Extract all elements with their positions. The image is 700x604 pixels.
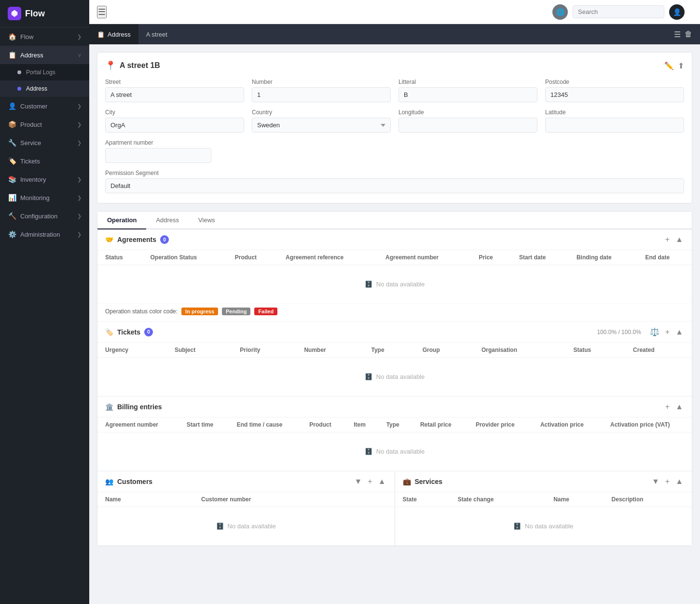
globe-button[interactable]: 🌐 — [552, 4, 568, 20]
sidebar-item-inventory[interactable]: 📚 Inventory ❯ — [0, 170, 89, 188]
search-input[interactable] — [578, 8, 659, 15]
col-priority: Priority — [232, 343, 296, 358]
breadcrumb-address[interactable]: 📋 Address — [89, 24, 138, 44]
col-provider-price: Provider price — [468, 417, 533, 432]
services-filter-button[interactable]: ▼ — [651, 477, 660, 486]
app-name: Flow — [25, 9, 45, 19]
sidebar-item-product[interactable]: 📦 Product ❯ — [0, 115, 89, 134]
breadcrumb-address-label: Address — [108, 31, 131, 38]
breadcrumb-a-street[interactable]: A street — [138, 24, 175, 44]
sidebar-item-monitoring[interactable]: 📊 Monitoring ❯ — [0, 188, 89, 207]
services-icon: 💼 — [403, 478, 411, 485]
col-op-status: Operation Status — [143, 250, 227, 265]
tab-views[interactable]: Views — [189, 212, 224, 229]
customers-collapse-button[interactable]: ▲ — [377, 477, 387, 486]
sidebar-logo[interactable]: Flow — [0, 0, 89, 27]
app-logo-icon — [8, 7, 21, 20]
col-start-date: Start date — [511, 250, 569, 265]
gear-icon: ⚙️ — [8, 230, 16, 239]
postcode-label: Postcode — [545, 79, 684, 85]
edit-address-button[interactable]: ✏️ — [664, 61, 674, 70]
agreements-add-button[interactable]: + — [664, 235, 671, 244]
sidebar-item-address[interactable]: 📋 Address ∨ — [0, 46, 89, 64]
no-data-icon: 🗄️ — [365, 281, 372, 288]
topbar: ☰ 🌐 👤 — [89, 0, 700, 24]
tickets-add-button[interactable]: + — [664, 328, 671, 336]
col-agreement-ref: Agreement reference — [278, 250, 378, 265]
sidebar-item-administration[interactable]: ⚙️ Administration ❯ — [0, 225, 89, 243]
postcode-input[interactable] — [545, 87, 684, 102]
sidebar-item-portal-logs[interactable]: Portal Logs — [0, 64, 89, 81]
col-product: Product — [227, 250, 278, 265]
badge-failed: Failed — [254, 308, 277, 315]
user-avatar[interactable]: 👤 — [669, 4, 685, 20]
upload-address-button[interactable]: ⬆ — [678, 61, 684, 70]
sidebar-sub-address: Portal Logs Address — [0, 64, 89, 97]
tickets-actions: 100.0% / 100.0% ⚖️ + ▲ — [597, 327, 684, 336]
status-color-row: Operation status color code: In progress… — [97, 304, 692, 321]
sidebar-item-customer[interactable]: 👤 Customer ❯ — [0, 97, 89, 115]
services-collapse-button[interactable]: ▲ — [674, 477, 684, 486]
billing-collapse-button[interactable]: ▲ — [674, 403, 684, 411]
services-add-button[interactable]: + — [664, 477, 671, 486]
chevron-right-admin-icon: ❯ — [77, 231, 82, 238]
litteral-input[interactable] — [398, 87, 537, 102]
customers-filter-button[interactable]: ▼ — [353, 477, 363, 486]
col-start-time: Start time — [179, 417, 229, 432]
col-state-change: State change — [450, 492, 546, 507]
chart-icon: 📊 — [8, 193, 16, 202]
billing-table-wrap: Agreement number Start time End time / c… — [97, 417, 692, 471]
tab-address[interactable]: Address — [146, 212, 189, 229]
col-created: Created — [625, 343, 692, 358]
customers-actions: ▼ + ▲ — [353, 477, 386, 486]
street-field-group: Street — [105, 79, 244, 102]
city-input[interactable] — [105, 118, 244, 133]
tickets-section: 🏷️ Tickets 0 100.0% / 100.0% ⚖️ + ▲ — [97, 321, 692, 396]
dot-active-icon — [17, 87, 21, 91]
chevron-right-product-icon: ❯ — [77, 121, 82, 128]
apartment-input[interactable] — [105, 148, 211, 163]
sidebar-item-address-sub[interactable]: Address — [0, 81, 89, 97]
services-header: 💼 Services ▼ + ▲ — [395, 471, 692, 492]
delete-button[interactable]: 🗑 — [685, 30, 692, 39]
sidebar-item-configuration[interactable]: 🔨 Configuration ❯ — [0, 207, 89, 225]
person-icon: 👤 — [8, 102, 16, 110]
litteral-field-group: Litteral — [398, 79, 537, 102]
agreements-table: Status Operation Status Product Agreemen… — [97, 250, 692, 304]
pin-icon: 📍 — [105, 60, 116, 71]
sidebar-item-service[interactable]: 🔧 Service ❯ — [0, 134, 89, 152]
permission-field-group: Permission Segment Default — [105, 170, 684, 193]
col-end-time: End time / cause — [229, 417, 302, 432]
tag-icon: 🏷️ — [8, 157, 16, 165]
country-select[interactable]: Sweden Norway Denmark — [252, 118, 391, 133]
agreements-collapse-button[interactable]: ▲ — [674, 235, 684, 244]
col-organisation: Organisation — [474, 343, 566, 358]
tab-operation[interactable]: Operation — [97, 212, 146, 229]
permission-select[interactable]: Default — [105, 178, 684, 193]
longitude-input[interactable] — [398, 118, 537, 133]
tickets-balance-button[interactable]: ⚖️ — [649, 327, 660, 336]
agreements-actions: + ▲ — [664, 235, 684, 244]
col-number: Number — [296, 343, 363, 358]
sidebar-item-tickets[interactable]: 🏷️ Tickets — [0, 152, 89, 170]
number-input[interactable] — [252, 87, 391, 102]
customers-add-button[interactable]: + — [367, 477, 373, 486]
billing-title: 🏛️ Billing entries — [105, 403, 664, 411]
chevron-right-inventory-icon: ❯ — [77, 176, 82, 183]
tickets-no-data-icon: 🗄️ — [365, 373, 372, 380]
col-activation-price: Activation price — [533, 417, 603, 432]
col-item: Item — [346, 417, 378, 432]
billing-add-button[interactable]: + — [664, 403, 671, 411]
sidebar-item-flow[interactable]: 🏠 Flow ❯ — [0, 27, 89, 46]
street-input[interactable] — [105, 87, 244, 102]
tool-icon: 🔧 — [8, 138, 16, 147]
city-label: City — [105, 109, 244, 116]
sidebar-label-service: Service — [20, 139, 77, 147]
menu-toggle-button[interactable]: ☰ — [97, 6, 107, 18]
sidebar-label-customer: Customer — [20, 103, 77, 110]
sidebar-label-administration: Administration — [20, 231, 77, 238]
badge-inprogress: In progress — [181, 308, 218, 315]
latitude-input[interactable] — [545, 118, 684, 133]
list-view-button[interactable]: ☰ — [674, 30, 681, 39]
tickets-collapse-button[interactable]: ▲ — [674, 328, 684, 336]
